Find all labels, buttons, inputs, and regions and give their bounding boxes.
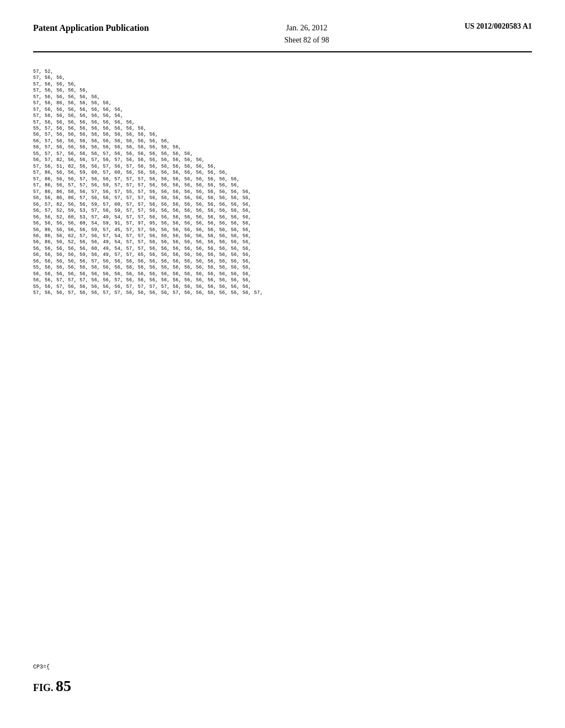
figure-label: FIG. 85 — [33, 677, 71, 695]
header-title: Patent Application Publication — [33, 22, 149, 34]
header-center: Jan. 26, 2012 Sheet 82 of 98 — [284, 22, 329, 47]
data-content-block: 57, 52, 57, 56, 56, 57, 56, 56, 56, 57, … — [33, 69, 532, 297]
fig-number: 85 — [56, 677, 71, 694]
publication-title: Patent Application Publication — [33, 23, 149, 33]
page-container: Patent Application Publication Jan. 26, … — [0, 0, 565, 728]
fig-prefix: FIG. — [33, 682, 56, 693]
publication-date: Jan. 26, 2012 — [284, 22, 329, 34]
cp3-label: CP3={ — [33, 664, 50, 670]
header-patent-number: US 2012/0020583 A1 — [465, 22, 532, 31]
page-header: Patent Application Publication Jan. 26, … — [33, 22, 532, 52]
sheet-info: Sheet 82 of 98 — [284, 34, 329, 46]
